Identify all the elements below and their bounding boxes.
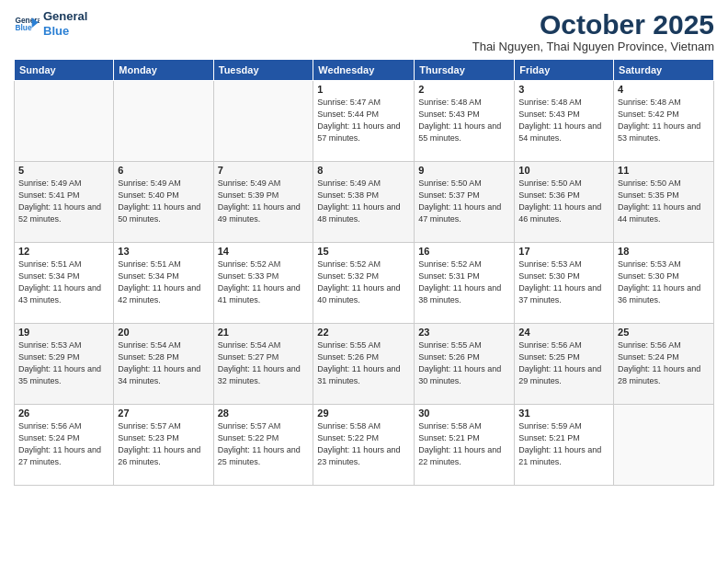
day-number: 25 [618,327,710,338]
calendar-cell: 5Sunrise: 5:49 AM Sunset: 5:41 PM Daylig… [15,162,114,243]
calendar-cell: 11Sunrise: 5:50 AM Sunset: 5:35 PM Dayli… [614,162,714,243]
location-subtitle: Thai Nguyen, Thai Nguyen Province, Vietn… [472,40,714,53]
day-number: 21 [218,327,310,338]
month-title: October 2025 [472,9,714,40]
day-info: Sunrise: 5:49 AM Sunset: 5:39 PM Dayligh… [218,178,310,225]
day-number: 20 [118,327,209,338]
day-number: 18 [618,246,710,257]
day-number: 5 [18,165,109,176]
weekday-header-saturday: Saturday [614,60,714,81]
day-info: Sunrise: 5:57 AM Sunset: 5:23 PM Dayligh… [118,420,209,468]
calendar-cell [15,81,114,162]
calendar-cell: 12Sunrise: 5:51 AM Sunset: 5:34 PM Dayli… [15,243,114,324]
svg-text:Blue: Blue [15,23,31,32]
calendar-cell: 21Sunrise: 5:54 AM Sunset: 5:27 PM Dayli… [213,324,313,405]
day-number: 27 [118,408,209,419]
calendar-cell: 22Sunrise: 5:55 AM Sunset: 5:26 PM Dayli… [313,324,415,405]
day-info: Sunrise: 5:52 AM Sunset: 5:32 PM Dayligh… [317,259,410,306]
day-number: 2 [418,84,510,95]
day-number: 11 [618,165,710,176]
weekday-header-monday: Monday [114,60,213,81]
weekday-header-sunday: Sunday [15,60,114,81]
calendar-cell: 15Sunrise: 5:52 AM Sunset: 5:32 PM Dayli… [313,243,415,324]
day-info: Sunrise: 5:53 AM Sunset: 5:30 PM Dayligh… [518,259,609,306]
day-info: Sunrise: 5:56 AM Sunset: 5:24 PM Dayligh… [618,339,710,387]
day-number: 14 [218,246,310,257]
calendar-cell: 2Sunrise: 5:48 AM Sunset: 5:43 PM Daylig… [415,81,515,162]
day-info: Sunrise: 5:51 AM Sunset: 5:34 PM Dayligh… [18,259,109,306]
calendar-cell [114,81,213,162]
calendar-cell: 1Sunrise: 5:47 AM Sunset: 5:44 PM Daylig… [313,81,415,162]
logo-text-blue: Blue [43,24,87,39]
day-number: 30 [418,408,510,419]
day-number: 9 [418,165,510,176]
calendar-cell [213,81,313,162]
day-info: Sunrise: 5:52 AM Sunset: 5:31 PM Dayligh… [418,259,510,306]
weekday-header-row: SundayMondayTuesdayWednesdayThursdayFrid… [15,60,714,81]
day-info: Sunrise: 5:59 AM Sunset: 5:21 PM Dayligh… [518,420,609,468]
day-info: Sunrise: 5:48 AM Sunset: 5:42 PM Dayligh… [618,97,710,144]
day-number: 16 [418,246,510,257]
calendar-cell: 20Sunrise: 5:54 AM Sunset: 5:28 PM Dayli… [114,324,213,405]
day-number: 19 [18,327,109,338]
day-number: 28 [218,408,310,419]
title-area: October 2025 Thai Nguyen, Thai Nguyen Pr… [472,9,714,53]
day-info: Sunrise: 5:58 AM Sunset: 5:22 PM Dayligh… [317,420,410,468]
day-info: Sunrise: 5:50 AM Sunset: 5:37 PM Dayligh… [418,178,510,225]
day-info: Sunrise: 5:52 AM Sunset: 5:33 PM Dayligh… [218,259,310,306]
day-info: Sunrise: 5:48 AM Sunset: 5:43 PM Dayligh… [518,97,609,144]
weekday-header-friday: Friday [515,60,614,81]
calendar-week-row: 1Sunrise: 5:47 AM Sunset: 5:44 PM Daylig… [15,81,714,162]
day-number: 3 [518,84,609,95]
calendar-week-row: 26Sunrise: 5:56 AM Sunset: 5:24 PM Dayli… [15,405,714,486]
day-info: Sunrise: 5:54 AM Sunset: 5:27 PM Dayligh… [218,339,310,387]
day-info: Sunrise: 5:54 AM Sunset: 5:28 PM Dayligh… [118,339,209,387]
day-info: Sunrise: 5:56 AM Sunset: 5:24 PM Dayligh… [18,420,109,468]
calendar-cell: 27Sunrise: 5:57 AM Sunset: 5:23 PM Dayli… [114,405,213,486]
calendar-cell: 17Sunrise: 5:53 AM Sunset: 5:30 PM Dayli… [515,243,614,324]
logo-text-general: General [43,9,87,24]
day-info: Sunrise: 5:55 AM Sunset: 5:26 PM Dayligh… [418,339,510,387]
day-number: 10 [518,165,609,176]
day-info: Sunrise: 5:53 AM Sunset: 5:30 PM Dayligh… [618,259,710,306]
day-number: 7 [218,165,310,176]
calendar-week-row: 19Sunrise: 5:53 AM Sunset: 5:29 PM Dayli… [15,324,714,405]
calendar-cell: 16Sunrise: 5:52 AM Sunset: 5:31 PM Dayli… [415,243,515,324]
day-number: 24 [518,327,609,338]
calendar-cell: 4Sunrise: 5:48 AM Sunset: 5:42 PM Daylig… [614,81,714,162]
calendar-cell: 24Sunrise: 5:56 AM Sunset: 5:25 PM Dayli… [515,324,614,405]
weekday-header-wednesday: Wednesday [313,60,415,81]
day-number: 12 [18,246,109,257]
day-info: Sunrise: 5:50 AM Sunset: 5:35 PM Dayligh… [618,178,710,225]
day-number: 22 [317,327,410,338]
day-info: Sunrise: 5:55 AM Sunset: 5:26 PM Dayligh… [317,339,410,387]
day-number: 6 [118,165,209,176]
day-number: 8 [317,165,410,176]
day-info: Sunrise: 5:50 AM Sunset: 5:36 PM Dayligh… [518,178,609,225]
calendar-table: SundayMondayTuesdayWednesdayThursdayFrid… [14,59,714,486]
calendar-cell: 3Sunrise: 5:48 AM Sunset: 5:43 PM Daylig… [515,81,614,162]
calendar-cell: 13Sunrise: 5:51 AM Sunset: 5:34 PM Dayli… [114,243,213,324]
calendar-cell [614,405,714,486]
day-info: Sunrise: 5:47 AM Sunset: 5:44 PM Dayligh… [317,97,410,144]
day-number: 15 [317,246,410,257]
calendar-cell: 19Sunrise: 5:53 AM Sunset: 5:29 PM Dayli… [15,324,114,405]
calendar-cell: 30Sunrise: 5:58 AM Sunset: 5:21 PM Dayli… [415,405,515,486]
calendar-cell: 18Sunrise: 5:53 AM Sunset: 5:30 PM Dayli… [614,243,714,324]
day-number: 13 [118,246,209,257]
day-number: 17 [518,246,609,257]
calendar-week-row: 5Sunrise: 5:49 AM Sunset: 5:41 PM Daylig… [15,162,714,243]
header: General Blue General Blue October 2025 T… [14,9,714,53]
day-number: 29 [317,408,410,419]
day-info: Sunrise: 5:48 AM Sunset: 5:43 PM Dayligh… [418,97,510,144]
calendar-cell: 9Sunrise: 5:50 AM Sunset: 5:37 PM Daylig… [415,162,515,243]
day-info: Sunrise: 5:49 AM Sunset: 5:40 PM Dayligh… [118,178,209,225]
calendar-cell: 26Sunrise: 5:56 AM Sunset: 5:24 PM Dayli… [15,405,114,486]
day-info: Sunrise: 5:56 AM Sunset: 5:25 PM Dayligh… [518,339,609,387]
day-number: 4 [618,84,710,95]
calendar-cell: 29Sunrise: 5:58 AM Sunset: 5:22 PM Dayli… [313,405,415,486]
logo-icon: General Blue [14,11,40,37]
calendar-cell: 31Sunrise: 5:59 AM Sunset: 5:21 PM Dayli… [515,405,614,486]
page: General Blue General Blue October 2025 T… [0,0,728,495]
day-info: Sunrise: 5:58 AM Sunset: 5:21 PM Dayligh… [418,420,510,468]
